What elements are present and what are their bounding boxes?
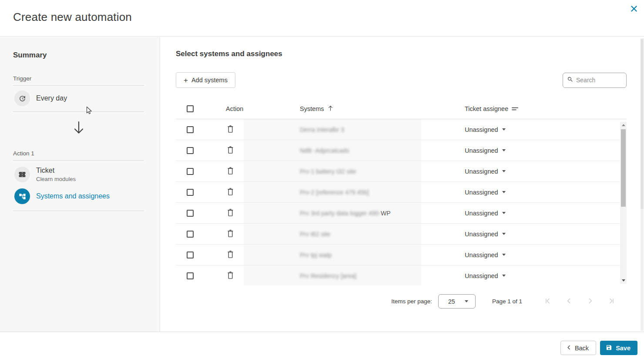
table-row: Prv Residency [area] Unassigned xyxy=(176,265,627,285)
assignee-value: Unassigned xyxy=(465,231,498,238)
system-name-redacted: Prv t62 site xyxy=(300,231,330,238)
assignee-value: Unassigned xyxy=(465,126,498,133)
flow-arrow-down-icon xyxy=(13,121,144,134)
delete-row-button[interactable] xyxy=(227,208,234,218)
save-button[interactable]: Save xyxy=(600,341,637,355)
trash-icon xyxy=(227,271,234,281)
summary-sidebar: Summary Trigger Every day Action 1 Ticke… xyxy=(0,37,160,332)
assignee-dropdown[interactable]: Unassigned xyxy=(465,272,506,279)
row-checkbox[interactable] xyxy=(187,210,194,217)
assignee-dropdown[interactable]: Unassigned xyxy=(465,210,506,217)
chevron-down-icon xyxy=(502,170,506,172)
pagination-bar: Items per page: 25 Page 1 of 1 xyxy=(176,294,627,309)
assignee-value: Unassigned xyxy=(465,252,498,258)
system-name-redacted: Prv tpj watp xyxy=(300,252,332,258)
column-assignee[interactable]: Ticket assignee xyxy=(465,105,518,112)
column-assignee-label: Ticket assignee xyxy=(465,105,508,112)
items-per-page-select[interactable]: 25 xyxy=(438,294,476,309)
chevron-down-icon xyxy=(465,300,468,302)
table-row: NdB -Adprcatcads Unassigned xyxy=(176,140,627,161)
scroll-down-icon[interactable] xyxy=(622,279,625,282)
first-page-button[interactable] xyxy=(544,297,551,306)
previous-page-button[interactable] xyxy=(565,297,573,306)
toolbar: + Add systems xyxy=(176,72,627,88)
sort-ascending-icon xyxy=(328,105,333,113)
scroll-up-icon[interactable] xyxy=(622,124,625,126)
table-scrollbar[interactable] xyxy=(620,122,627,284)
page-scrollbar-thumb[interactable] xyxy=(641,39,644,209)
search-box xyxy=(563,73,627,88)
trigger-item[interactable]: Every day xyxy=(13,86,144,112)
system-name-redacted: NdB -Adprcatcads xyxy=(300,147,349,154)
select-all-checkbox[interactable] xyxy=(187,105,194,112)
system-name-redacted: Prv 3rd party data logger 490- xyxy=(300,210,381,217)
main-panel: Select systems and assignees + Add syste… xyxy=(161,37,641,332)
sidebar-heading: Summary xyxy=(13,51,144,60)
table-row: Prv-2 [reference 479 45b] Unassigned xyxy=(176,182,627,203)
row-checkbox[interactable] xyxy=(187,252,194,258)
assignee-dropdown[interactable]: Unassigned xyxy=(465,168,506,175)
row-checkbox[interactable] xyxy=(187,168,194,175)
column-systems[interactable]: Systems xyxy=(300,105,333,113)
last-page-button[interactable] xyxy=(608,297,615,306)
delete-row-button[interactable] xyxy=(227,188,234,197)
items-per-page-value: 25 xyxy=(448,298,455,305)
delete-row-button[interactable] xyxy=(227,146,234,155)
add-systems-label: Add systems xyxy=(191,77,228,84)
systems-table: Action Systems Ticket assignee xyxy=(176,98,627,285)
trash-icon xyxy=(227,188,234,197)
assignee-dropdown[interactable]: Unassigned xyxy=(465,252,506,258)
close-button[interactable] xyxy=(629,4,639,14)
trigger-value: Every day xyxy=(36,94,67,102)
row-checkbox[interactable] xyxy=(187,231,194,238)
system-name-redacted: Derra Interalbr 3 xyxy=(300,126,344,133)
next-page-button[interactable] xyxy=(587,297,594,306)
chevron-down-icon xyxy=(502,254,506,256)
assignee-dropdown[interactable]: Unassigned xyxy=(465,126,506,133)
assignee-value: Unassigned xyxy=(465,168,498,175)
tree-icon xyxy=(14,188,30,204)
system-name-redacted: Prv-1 battery t32 site xyxy=(300,168,356,175)
row-checkbox[interactable] xyxy=(187,189,194,196)
filter-icon xyxy=(512,105,518,112)
delete-row-button[interactable] xyxy=(227,167,234,176)
assignee-value: Unassigned xyxy=(465,210,498,217)
action-ticket-item[interactable]: Ticket Clearn modules xyxy=(13,161,144,185)
delete-row-button[interactable] xyxy=(227,271,234,281)
panel-title: Select systems and assignees xyxy=(176,50,641,58)
last-page-icon xyxy=(608,297,615,306)
assignee-dropdown[interactable]: Unassigned xyxy=(465,231,506,238)
trash-icon xyxy=(227,167,234,176)
action-ticket-subtitle: Clearn modules xyxy=(36,176,76,182)
delete-row-button[interactable] xyxy=(227,125,234,134)
plus-icon: + xyxy=(184,77,188,84)
table-row: Prv t62 site Unassigned xyxy=(176,224,627,245)
back-button[interactable]: Back xyxy=(560,341,596,355)
search-input[interactable] xyxy=(576,77,623,84)
system-name-redacted: Prv Residency [area] xyxy=(300,272,356,279)
assignee-dropdown[interactable]: Unassigned xyxy=(465,147,506,154)
page-info: Page 1 of 1 xyxy=(492,298,522,305)
assignee-dropdown[interactable]: Unassigned xyxy=(465,189,506,196)
action-section-label: Action 1 xyxy=(13,150,144,161)
delete-row-button[interactable] xyxy=(227,250,234,260)
action-systems-item[interactable]: Systems and assignees xyxy=(13,185,144,211)
assignee-value: Unassigned xyxy=(465,147,498,154)
assignee-value: Unassigned xyxy=(465,189,498,196)
delete-row-button[interactable] xyxy=(227,229,234,239)
column-systems-label: Systems xyxy=(300,105,324,112)
trash-icon xyxy=(227,146,234,155)
row-checkbox[interactable] xyxy=(187,272,194,279)
table-row: Prv tpj watp Unassigned xyxy=(176,245,627,265)
add-systems-button[interactable]: + Add systems xyxy=(176,72,235,88)
scrollbar-thumb[interactable] xyxy=(621,129,626,207)
page-scrollbar[interactable] xyxy=(641,38,644,331)
row-checkbox[interactable] xyxy=(187,126,194,133)
chevron-down-icon xyxy=(502,233,506,235)
row-checkbox[interactable] xyxy=(187,147,194,154)
system-name-redacted: Prv-2 [reference 479 45b] xyxy=(300,189,369,196)
trash-icon xyxy=(227,125,234,134)
action-systems-label: Systems and assignees xyxy=(36,192,110,200)
table-row: Derra Interalbr 3 Unassigned xyxy=(176,119,627,140)
system-name-suffix: WP xyxy=(381,210,391,217)
